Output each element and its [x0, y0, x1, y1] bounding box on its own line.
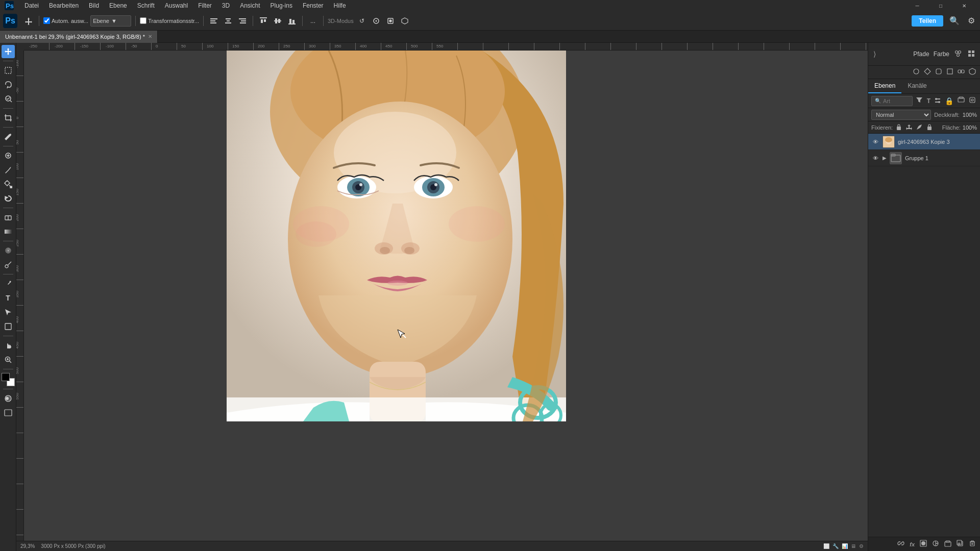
layer-expand-arrow[interactable]: ▶ [883, 155, 887, 161]
canvas-workspace[interactable] [24, 51, 868, 541]
panel-text-icon[interactable]: T [926, 96, 932, 106]
panel-group-layer-icon[interactable] [943, 539, 952, 549]
panel-grid-icon[interactable] [967, 49, 976, 60]
panel-link-icon[interactable] [896, 539, 905, 549]
color-tab-label[interactable]: Farbe [934, 51, 949, 58]
tool-blur[interactable] [2, 244, 15, 257]
panel-new-layer-icon[interactable] [955, 539, 965, 549]
panel-mask-icon[interactable] [919, 539, 928, 549]
tool-quick-select[interactable] [2, 92, 15, 106]
panel-filter-icon[interactable] [915, 95, 924, 106]
panel-diamond-icon[interactable] [923, 67, 932, 78]
search-icon-toolbar[interactable]: 🔍 [947, 15, 962, 27]
menu-schrift[interactable]: Schrift [133, 1, 159, 10]
scale-btn[interactable] [384, 15, 397, 27]
tool-crop[interactable] [2, 111, 15, 124]
panel-shield-icon[interactable] [968, 67, 977, 78]
close-button[interactable]: ✕ [952, 0, 976, 11]
distribute-top-btn[interactable] [257, 15, 270, 27]
panel-collapse-icon[interactable]: ⟩ [872, 49, 877, 59]
panel-fx-icon[interactable]: fx [909, 540, 916, 548]
panel-group-icon[interactable] [957, 95, 966, 106]
layer-item-0[interactable]: 👁 girl-2406963 Kopie 3 [868, 134, 980, 150]
distribute-middle-btn[interactable] [272, 15, 284, 27]
blend-mode-dropdown[interactable]: Normal [871, 110, 931, 120]
menu-datei[interactable]: Datei [20, 1, 43, 10]
panel-tab-channels[interactable]: Kanäle [901, 79, 933, 93]
settings-icon-toolbar[interactable]: ⚙ [966, 15, 977, 27]
menu-auswahl[interactable]: Auswahl [161, 1, 192, 10]
tool-path-select[interactable] [2, 306, 15, 319]
panel-chain-icon[interactable] [957, 67, 966, 78]
tool-move[interactable] [2, 45, 15, 58]
tool-brush[interactable] [2, 163, 15, 177]
tool-gradient[interactable] [2, 225, 15, 238]
align-left-btn[interactable] [208, 15, 220, 27]
panel-circle-mask-icon[interactable] [912, 67, 921, 78]
3d-extra-btn[interactable] [399, 15, 411, 27]
tool-history-brush[interactable] [2, 192, 15, 205]
paths-tab-label[interactable]: Pfade [913, 51, 929, 58]
layer-item-1[interactable]: 👁 ▶ Gruppe 1 [868, 150, 980, 166]
menu-plugins[interactable]: Plug-ins [266, 1, 297, 10]
more-options-btn[interactable]: ... [307, 15, 319, 27]
tool-zoom[interactable] [2, 353, 15, 366]
menu-bearbeiten[interactable]: Bearbeiten [45, 1, 83, 10]
foreground-color-swatch[interactable] [2, 373, 10, 381]
layer-visibility-0[interactable]: 👁 [871, 138, 879, 146]
panel-adj-layer-icon[interactable] [931, 539, 940, 549]
menu-3d[interactable]: 3D [218, 1, 234, 10]
panel-search-box[interactable]: 🔍 [871, 96, 913, 106]
rotate-ccw-btn[interactable]: ↺ [356, 15, 368, 27]
tool-pen[interactable] [2, 277, 15, 290]
tool-hand[interactable] [2, 339, 15, 352]
lock-all-icon[interactable] [925, 122, 934, 133]
align-center-btn[interactable] [222, 15, 234, 27]
autoselect-checkbox[interactable] [43, 17, 50, 24]
document-tab-active[interactable]: Unbenannt-1 bei 29,3% (girl-2406963 Kopi… [0, 31, 158, 43]
panel-smart-icon[interactable] [968, 95, 977, 106]
menu-filter[interactable]: Filter [194, 1, 216, 10]
panel-shape-icon[interactable] [953, 49, 963, 60]
tab-close-btn[interactable]: ✕ [148, 34, 152, 39]
share-button[interactable]: Teilen [912, 15, 943, 27]
menu-ansicht[interactable]: Ansicht [236, 1, 264, 10]
tool-eraser[interactable] [2, 211, 15, 224]
tool-dodge[interactable] [2, 258, 15, 271]
autoselect-checkbox-label[interactable]: Autom. ausw... [43, 17, 88, 24]
tool-shape[interactable] [2, 320, 15, 333]
tool-lasso[interactable] [2, 78, 15, 91]
layer-visibility-1[interactable]: 👁 [871, 154, 879, 162]
tool-screen-mode[interactable] [2, 406, 15, 419]
tool-spot-heal[interactable] [2, 149, 15, 162]
menu-bild[interactable]: Bild [85, 1, 103, 10]
panel-tab-layers[interactable]: Ebenen [868, 79, 901, 93]
panel-lock-icon[interactable]: 🔒 [944, 96, 954, 106]
panel-search-input[interactable] [883, 98, 909, 104]
color-swatches[interactable] [2, 373, 15, 386]
panel-adj-icon[interactable] [934, 96, 942, 106]
tool-clone-stamp[interactable] [2, 178, 15, 191]
transform-checkbox[interactable] [140, 17, 146, 24]
toolbar-move-icon[interactable] [22, 15, 35, 27]
panel-rounded-rect-icon[interactable] [934, 67, 943, 78]
rotate-tools-btn[interactable] [370, 15, 382, 27]
panel-delete-layer-icon[interactable] [968, 539, 977, 549]
align-right-btn[interactable] [236, 15, 249, 27]
menu-hilfe[interactable]: Hilfe [330, 1, 350, 10]
lock-position-icon[interactable] [895, 122, 903, 133]
tool-eyedropper[interactable] [2, 130, 15, 143]
layer-mode-dropdown[interactable]: Ebene ▼ [90, 15, 131, 27]
panel-rect-icon[interactable] [945, 67, 954, 78]
lock-art-icon[interactable] [915, 122, 923, 133]
minimize-button[interactable]: ─ [905, 0, 929, 11]
lock-move-icon[interactable] [905, 122, 913, 133]
menu-ebene[interactable]: Ebene [105, 1, 131, 10]
transform-checkbox-label[interactable]: Transformationsstr... [140, 17, 199, 24]
menu-fenster[interactable]: Fenster [299, 1, 328, 10]
distribute-bottom-btn[interactable] [286, 15, 298, 27]
tool-text[interactable]: T [2, 291, 15, 305]
tool-quick-mask[interactable] [2, 392, 15, 405]
maximize-button[interactable]: □ [929, 0, 952, 11]
tool-rect-select[interactable] [2, 64, 15, 77]
